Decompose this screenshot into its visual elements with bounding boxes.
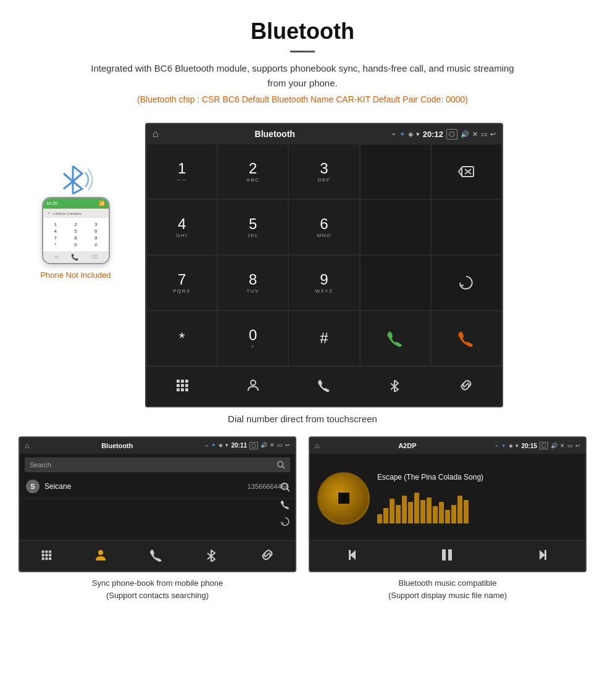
phone-nav-icon[interactable] xyxy=(317,378,331,395)
pb-time: 20:11 xyxy=(231,442,247,449)
pb-grid-icon xyxy=(41,549,52,560)
phone-call-icon: 📞 xyxy=(71,254,78,260)
description: Integrated with BC6 Bluetooth module, su… xyxy=(86,61,519,91)
prev-icon xyxy=(349,548,362,562)
music-info: Escape (The Pina Colada Song) xyxy=(377,473,578,523)
location-icon: ◈ xyxy=(408,130,413,138)
svg-rect-24 xyxy=(42,550,44,552)
svg-marker-38 xyxy=(350,550,356,560)
svg-line-1 xyxy=(64,173,73,181)
music-time: 20:15 xyxy=(521,443,537,449)
pb-back-icon: ↩ xyxy=(285,442,290,449)
music-title: A2DP xyxy=(322,442,492,449)
pb-loc-icon: ◈ xyxy=(219,442,223,449)
pb-side-action-icons xyxy=(280,482,290,527)
dial-key-hash[interactable]: # xyxy=(288,310,359,366)
main-caption: Dial number direct from touchscreen xyxy=(0,414,605,424)
android-statusbar: ⌂ Bluetooth ⌁ ✦ ◈ ▾ 20:12 ⬡ 🔊 ✕ ▭ ↩ xyxy=(146,124,502,144)
eq-bar xyxy=(433,506,438,523)
dial-key-0[interactable]: 0 + xyxy=(217,310,288,366)
eq-bar xyxy=(464,500,469,523)
album-art: ♪ xyxy=(317,472,370,525)
window-icon[interactable]: ▭ xyxy=(481,130,487,138)
next-track-button[interactable] xyxy=(533,548,546,564)
svg-line-2 xyxy=(64,181,73,189)
close-icon[interactable]: ✕ xyxy=(472,130,478,138)
svg-point-15 xyxy=(251,380,256,385)
svg-rect-39 xyxy=(349,550,351,560)
dial-key-3[interactable]: 3 DEF xyxy=(288,144,359,199)
dial-key-2[interactable]: 2 ABC xyxy=(217,144,288,199)
dial-key-6[interactable]: 6 MNO xyxy=(288,199,359,255)
link-bottom-icon xyxy=(261,548,274,562)
pb-search-bar[interactable]: Search xyxy=(25,457,290,472)
pb-phone-icon[interactable] xyxy=(149,548,163,564)
home-icon[interactable]: ⌂ xyxy=(152,128,159,140)
link-icon xyxy=(459,378,473,392)
pb-home-icon[interactable]: ⌂ xyxy=(25,441,29,450)
music-x-icon: ✕ xyxy=(560,443,565,449)
play-pause-button[interactable] xyxy=(440,547,456,565)
volume-icon[interactable]: 🔊 xyxy=(461,130,469,138)
dial-key-1[interactable]: 1 ∽∽ xyxy=(146,144,217,199)
svg-rect-41 xyxy=(448,549,452,560)
back-icon[interactable]: ↩ xyxy=(490,130,496,138)
dialpad-icon[interactable] xyxy=(175,378,189,395)
phone-dial-9: 9 xyxy=(90,235,102,241)
dial-key-7[interactable]: 7 PQRS xyxy=(146,255,217,310)
svg-rect-14 xyxy=(185,388,188,391)
eq-bar xyxy=(439,502,444,523)
pb-sync-icon[interactable] xyxy=(280,517,290,527)
reload-button[interactable] xyxy=(431,255,502,310)
music-note-icon: ♪ xyxy=(340,488,348,508)
eq-bar xyxy=(383,508,388,523)
bluetooth-nav-icon[interactable] xyxy=(388,378,402,395)
svg-rect-6 xyxy=(177,380,180,383)
svg-rect-29 xyxy=(49,554,51,556)
pb-phone-side-icon[interactable] xyxy=(280,499,290,509)
dial-key-5[interactable]: 5 JKL xyxy=(217,199,288,255)
svg-rect-8 xyxy=(185,380,188,383)
svg-line-21 xyxy=(283,467,285,469)
svg-rect-13 xyxy=(181,388,184,391)
music-home-icon[interactable]: ⌂ xyxy=(315,441,319,450)
prev-track-button[interactable] xyxy=(349,548,362,564)
music-controls xyxy=(310,540,585,571)
phone-signal: M:20 xyxy=(47,201,58,206)
pb-link-icon[interactable] xyxy=(261,548,274,564)
dialpad-grid-icon xyxy=(175,378,189,392)
music-screenshot: ⌂ A2DP ⌁ ✦ ◈ ▾ 20:15 ⬡ 🔊 ✕ ▭ ↩ xyxy=(309,436,586,572)
eq-visualizer xyxy=(377,486,578,523)
music-back-icon: ↩ xyxy=(575,443,580,449)
dial-key-9[interactable]: 9 WXYZ xyxy=(288,255,359,310)
pb-status-icons: ✦ ◈ ▾ 20:11 ⬡ 🔊 ✕ ▭ ↩ xyxy=(211,442,290,449)
svg-rect-27 xyxy=(42,554,44,556)
phone-dialpad: 1 2 3 4 5 6 7 8 9 * 0 # xyxy=(43,218,109,251)
bottom-screenshots: ⌂ Bluetooth ⌁ ✦ ◈ ▾ 20:11 ⬡ 🔊 ✕ ▭ ↩ xyxy=(0,436,605,601)
music-status-icons: ✦ ◈ ▾ 20:15 ⬡ 🔊 ✕ ▭ ↩ xyxy=(501,442,580,449)
phonebook-caption: Sync phone-book from mobile phone (Suppo… xyxy=(19,577,296,601)
call-button[interactable] xyxy=(360,310,431,366)
pb-person-icon[interactable] xyxy=(94,548,107,564)
pb-content: Search S Seicane 13566664466 xyxy=(20,457,295,499)
pb-bluetooth-icon[interactable] xyxy=(205,548,219,564)
dial-key-8[interactable]: 8 TUV xyxy=(217,255,288,310)
reload-icon xyxy=(458,275,474,291)
phone-bottom-bar: ✉ 📞 ⌫ xyxy=(43,251,109,263)
pb-dialpad-icon[interactable] xyxy=(41,549,52,563)
camera-icon[interactable]: ⬡ xyxy=(446,129,457,140)
page-header: Bluetooth Integrated with BC6 Bluetooth … xyxy=(0,0,605,123)
dial-key-4[interactable]: 4 GHI xyxy=(146,199,217,255)
backspace-button[interactable] xyxy=(431,144,502,199)
svg-line-23 xyxy=(287,489,290,491)
contacts-icon[interactable] xyxy=(246,378,260,395)
eq-bar xyxy=(414,493,419,523)
dial-key-star[interactable]: * xyxy=(146,310,217,366)
phone-time: 📶 xyxy=(99,201,105,206)
link-nav-icon[interactable] xyxy=(459,378,473,395)
person-icon xyxy=(246,378,260,392)
pb-search-side-icon[interactable] xyxy=(280,482,290,492)
phone-add-contact: ＋+ Add to Contacts xyxy=(43,209,109,218)
music-wifi-icon: ▾ xyxy=(515,443,519,449)
hangup-button[interactable] xyxy=(431,310,502,366)
